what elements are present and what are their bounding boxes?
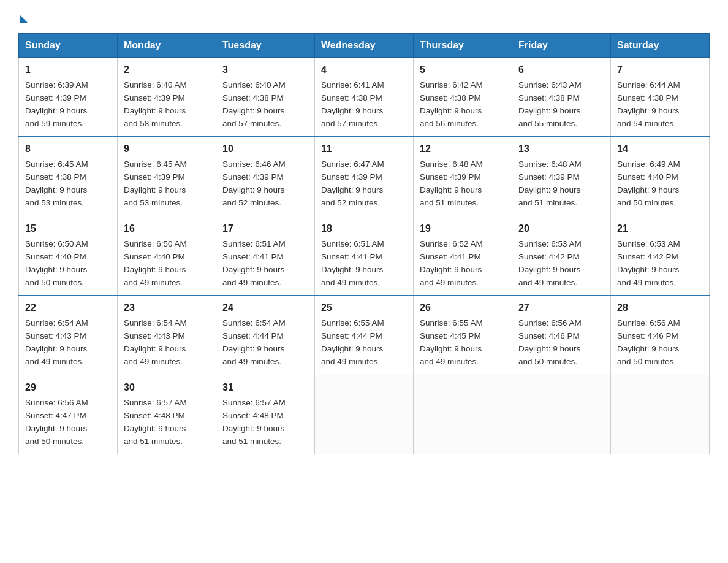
sunrise-label: Sunrise: 6:56 AM [25, 398, 88, 407]
daylight-minutes: and 53 minutes. [25, 198, 84, 207]
daylight-minutes: and 49 minutes. [124, 357, 183, 366]
sunrise-label: Sunrise: 6:51 AM [321, 239, 384, 248]
sunrise-label: Sunrise: 6:57 AM [124, 398, 187, 407]
sunrise-label: Sunrise: 6:45 AM [25, 159, 88, 169]
daylight-label: Daylight: 9 hours [25, 106, 87, 115]
day-number: 8 [25, 142, 111, 157]
header-wednesday: Wednesday [315, 34, 414, 58]
sunrise-label: Sunrise: 6:46 AM [222, 159, 286, 169]
sunset-label: Sunset: 4:39 PM [25, 93, 86, 102]
daylight-minutes: and 49 minutes. [222, 278, 281, 287]
daylight-label: Daylight: 9 hours [518, 106, 580, 115]
calendar-cell: 28 Sunrise: 6:56 AM Sunset: 4:46 PM Dayl… [611, 296, 710, 375]
daylight-label: Daylight: 9 hours [222, 106, 284, 115]
calendar-cell: 11 Sunrise: 6:47 AM Sunset: 4:39 PM Dayl… [315, 137, 414, 216]
sunrise-label: Sunrise: 6:44 AM [617, 80, 680, 90]
daylight-minutes: and 58 minutes. [124, 119, 183, 128]
day-number: 28 [617, 301, 703, 316]
day-number: 30 [124, 380, 210, 396]
week-row-3: 15 Sunrise: 6:50 AM Sunset: 4:40 PM Dayl… [19, 216, 710, 295]
sunrise-label: Sunrise: 6:54 AM [25, 318, 88, 327]
sunset-label: Sunset: 4:46 PM [518, 331, 580, 340]
sunrise-label: Sunrise: 6:54 AM [124, 318, 187, 327]
daylight-label: Daylight: 9 hours [617, 344, 679, 353]
calendar-cell: 5 Sunrise: 6:42 AM Sunset: 4:38 PM Dayli… [414, 58, 512, 137]
calendar-cell: 29 Sunrise: 6:56 AM Sunset: 4:47 PM Dayl… [19, 375, 118, 454]
week-row-1: 1 Sunrise: 6:39 AM Sunset: 4:39 PM Dayli… [19, 58, 710, 137]
sunrise-label: Sunrise: 6:50 AM [124, 239, 187, 248]
daylight-label: Daylight: 9 hours [518, 344, 580, 353]
day-number: 14 [617, 142, 703, 157]
calendar-cell: 23 Sunrise: 6:54 AM Sunset: 4:43 PM Dayl… [118, 296, 216, 375]
header-saturday: Saturday [611, 34, 710, 58]
calendar-cell: 18 Sunrise: 6:51 AM Sunset: 4:41 PM Dayl… [315, 216, 414, 295]
daylight-minutes: and 51 minutes. [124, 437, 183, 446]
calendar-header-row: SundayMondayTuesdayWednesdayThursdayFrid… [19, 34, 710, 58]
daylight-label: Daylight: 9 hours [222, 185, 284, 194]
calendar-cell [512, 375, 611, 454]
calendar-cell: 9 Sunrise: 6:45 AM Sunset: 4:39 PM Dayli… [118, 137, 216, 216]
calendar-cell: 30 Sunrise: 6:57 AM Sunset: 4:48 PM Dayl… [118, 375, 216, 454]
sunrise-label: Sunrise: 6:47 AM [321, 159, 384, 169]
sunrise-label: Sunrise: 6:41 AM [321, 80, 384, 90]
sunset-label: Sunset: 4:38 PM [25, 172, 86, 182]
daylight-minutes: and 54 minutes. [617, 119, 676, 128]
sunset-label: Sunset: 4:44 PM [321, 331, 382, 340]
calendar-cell: 8 Sunrise: 6:45 AM Sunset: 4:38 PM Dayli… [19, 137, 118, 216]
calendar-cell: 12 Sunrise: 6:48 AM Sunset: 4:39 PM Dayl… [414, 137, 512, 216]
calendar-table: SundayMondayTuesdayWednesdayThursdayFrid… [18, 33, 710, 454]
day-number: 23 [124, 301, 210, 316]
daylight-label: Daylight: 9 hours [518, 265, 580, 274]
day-number: 24 [222, 301, 308, 316]
day-number: 10 [222, 142, 308, 157]
calendar-cell: 31 Sunrise: 6:57 AM Sunset: 4:48 PM Dayl… [216, 375, 315, 454]
daylight-minutes: and 50 minutes. [617, 357, 676, 366]
header-thursday: Thursday [414, 34, 512, 58]
sunset-label: Sunset: 4:41 PM [321, 252, 382, 261]
sunset-label: Sunset: 4:40 PM [25, 252, 86, 261]
sunrise-label: Sunrise: 6:56 AM [518, 318, 582, 327]
calendar-cell: 7 Sunrise: 6:44 AM Sunset: 4:38 PM Dayli… [611, 58, 710, 137]
daylight-label: Daylight: 9 hours [124, 344, 186, 353]
day-number: 12 [420, 142, 506, 157]
sunset-label: Sunset: 4:39 PM [321, 172, 382, 182]
calendar-cell: 20 Sunrise: 6:53 AM Sunset: 4:42 PM Dayl… [512, 216, 611, 295]
daylight-label: Daylight: 9 hours [321, 106, 383, 115]
daylight-label: Daylight: 9 hours [321, 265, 383, 274]
daylight-label: Daylight: 9 hours [222, 344, 284, 353]
day-number: 20 [518, 221, 604, 237]
sunrise-label: Sunrise: 6:53 AM [518, 239, 582, 248]
daylight-label: Daylight: 9 hours [124, 424, 186, 433]
sunset-label: Sunset: 4:38 PM [617, 93, 678, 102]
sunrise-label: Sunrise: 6:42 AM [420, 80, 483, 90]
sunset-label: Sunset: 4:43 PM [124, 331, 185, 340]
header-tuesday: Tuesday [216, 34, 315, 58]
daylight-minutes: and 51 minutes. [518, 198, 577, 207]
day-number: 2 [124, 63, 210, 78]
calendar-cell: 14 Sunrise: 6:49 AM Sunset: 4:40 PM Dayl… [611, 137, 710, 216]
day-number: 17 [222, 221, 308, 237]
calendar-cell: 15 Sunrise: 6:50 AM Sunset: 4:40 PM Dayl… [19, 216, 118, 295]
calendar-cell: 17 Sunrise: 6:51 AM Sunset: 4:41 PM Dayl… [216, 216, 315, 295]
logo-triangle-icon [20, 15, 28, 23]
week-row-5: 29 Sunrise: 6:56 AM Sunset: 4:47 PM Dayl… [19, 375, 710, 454]
day-number: 25 [321, 301, 407, 316]
daylight-label: Daylight: 9 hours [617, 265, 679, 274]
sunset-label: Sunset: 4:42 PM [617, 252, 678, 261]
calendar-cell: 26 Sunrise: 6:55 AM Sunset: 4:45 PM Dayl… [414, 296, 512, 375]
sunset-label: Sunset: 4:41 PM [420, 252, 481, 261]
sunrise-label: Sunrise: 6:52 AM [420, 239, 483, 248]
calendar-cell: 21 Sunrise: 6:53 AM Sunset: 4:42 PM Dayl… [611, 216, 710, 295]
sunrise-label: Sunrise: 6:43 AM [518, 80, 582, 90]
daylight-label: Daylight: 9 hours [321, 185, 383, 194]
calendar-cell: 1 Sunrise: 6:39 AM Sunset: 4:39 PM Dayli… [19, 58, 118, 137]
daylight-minutes: and 50 minutes. [25, 278, 84, 287]
sunset-label: Sunset: 4:39 PM [124, 93, 185, 102]
sunset-label: Sunset: 4:48 PM [222, 411, 284, 420]
sunrise-label: Sunrise: 6:53 AM [617, 239, 680, 248]
daylight-label: Daylight: 9 hours [420, 185, 482, 194]
daylight-minutes: and 57 minutes. [222, 119, 281, 128]
daylight-label: Daylight: 9 hours [124, 265, 186, 274]
calendar-cell [315, 375, 414, 454]
day-number: 11 [321, 142, 407, 157]
